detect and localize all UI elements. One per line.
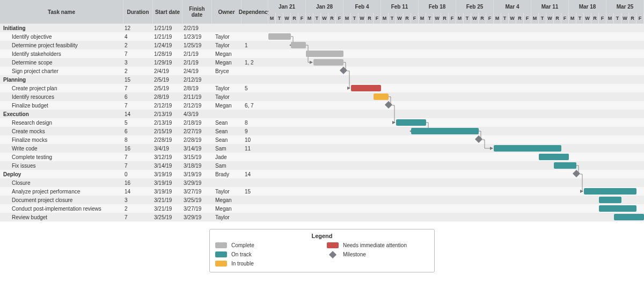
task-row: Review budget73/25/193/29/19Taylor — [0, 213, 644, 221]
dependency-cell — [241, 110, 268, 118]
gantt-bar[interactable] — [411, 128, 479, 134]
day-header-cell: T — [351, 13, 358, 24]
finish-date-cell: 2/8/19 — [182, 84, 212, 92]
duration-cell: 3 — [123, 196, 153, 204]
dependency-cell: 8 — [241, 118, 268, 127]
day-header-cell: R — [291, 13, 298, 24]
timeline-lane — [268, 58, 644, 67]
duration-cell: 2 — [123, 204, 153, 213]
timeline-lane — [268, 101, 644, 110]
phase-row: Planning152/5/192/12/19 — [0, 75, 644, 84]
day-header-cell: T — [313, 13, 321, 24]
dependency-cell — [241, 161, 268, 170]
timeline-lane — [268, 32, 644, 41]
task-name-cell: Research design — [0, 118, 123, 127]
week-header-cell: Jan 21 — [268, 0, 306, 13]
gantt-bar[interactable] — [374, 94, 389, 100]
legend-title: Legend — [215, 233, 429, 239]
gantt-bar[interactable] — [599, 197, 621, 203]
header-row-1: Task name Duration Start date Finish dat… — [0, 0, 644, 13]
start-date-cell: 3/19/19 — [153, 187, 182, 196]
owner-cell: Taylor — [212, 92, 241, 101]
day-header-cell: F — [374, 13, 381, 24]
dependency-cell — [241, 67, 268, 75]
gantt-bar[interactable] — [268, 33, 291, 40]
gantt-bar[interactable] — [614, 214, 644, 220]
gantt-bar[interactable] — [599, 205, 636, 212]
duration-cell: 0 — [123, 170, 153, 178]
day-header-cell: W — [396, 13, 404, 24]
day-header-cell: R — [554, 13, 561, 24]
timeline-lane — [268, 118, 644, 127]
task-name-cell: Planning — [0, 75, 123, 84]
owner-cell: Megan — [212, 58, 241, 67]
timeline-lane — [268, 170, 644, 178]
day-header-cell: F — [411, 13, 419, 24]
day-header-cell: F — [636, 13, 644, 24]
day-header-cell: T — [539, 13, 546, 24]
task-row: Create project plan72/5/192/8/19Taylor5 — [0, 84, 644, 92]
duration-cell: 8 — [123, 135, 153, 144]
task-name-cell: Identify resources — [0, 92, 123, 101]
gantt-chart: Task name Duration Start date Finish dat… — [0, 0, 644, 272]
finish-date-cell: 3/15/19 — [182, 153, 212, 161]
finish-date-cell: 3/29/19 — [182, 213, 212, 221]
gantt-bar[interactable] — [306, 51, 343, 57]
duration-cell: 7 — [123, 213, 153, 221]
gantt-bar[interactable] — [351, 85, 381, 91]
owner-cell: Megan — [212, 196, 241, 204]
timeline-lane — [268, 213, 644, 221]
dependency-cell — [241, 196, 268, 204]
start-date-cell: 3/4/19 — [153, 144, 182, 153]
day-header-cell: M — [343, 13, 351, 24]
gantt-bar[interactable] — [396, 119, 426, 126]
col-header-duration: Duration — [123, 0, 153, 24]
finish-date-cell: 2/1/19 — [182, 49, 212, 58]
week-header-cell: Mar 11 — [531, 0, 569, 13]
gantt-bar[interactable] — [554, 162, 576, 169]
task-row: Identify objective41/21/191/23/19Taylor — [0, 32, 644, 41]
start-date-cell: 1/29/19 — [153, 58, 182, 67]
finish-date-cell: 2/11/19 — [182, 92, 212, 101]
duration-cell: 15 — [123, 75, 153, 84]
duration-cell: 7 — [123, 49, 153, 58]
milestone-icon — [329, 250, 336, 258]
dependency-cell: 5 — [241, 84, 268, 92]
day-header-cell: T — [501, 13, 509, 24]
start-date-cell: 2/13/19 — [153, 118, 182, 127]
legend-swatch — [215, 251, 227, 257]
start-date-cell: 3/21/19 — [153, 204, 182, 213]
task-name-cell: Complete testing — [0, 153, 123, 161]
week-header-cell: Mar 4 — [494, 0, 531, 13]
week-header-cell: Feb 18 — [419, 0, 456, 13]
gantt-bar[interactable] — [539, 154, 569, 160]
day-header-cell: T — [276, 13, 283, 24]
task-row: Create mocks62/15/192/27/19Sean9 — [0, 127, 644, 135]
task-row: Finalize mocks82/28/192/28/19Sean10 — [0, 135, 644, 144]
duration-cell: 16 — [123, 178, 153, 187]
day-header-cell: T — [426, 13, 434, 24]
week-header-cell: Mar 25 — [606, 0, 644, 13]
col-header-task: Task name — [0, 0, 123, 24]
gantt-bar[interactable] — [313, 59, 343, 66]
timeline-lane — [268, 75, 644, 84]
duration-cell: 14 — [123, 110, 153, 118]
legend-item: Complete — [215, 242, 317, 248]
finish-date-cell: 2/4/19 — [182, 67, 212, 75]
owner-cell: Taylor — [212, 84, 241, 92]
task-name-cell: Sign project charter — [0, 67, 123, 75]
gantt-bar[interactable] — [291, 42, 306, 48]
timeline-lane — [268, 187, 644, 196]
duration-cell: 5 — [123, 118, 153, 127]
gantt-bar[interactable] — [584, 188, 636, 195]
gantt-bar[interactable] — [494, 145, 561, 152]
phase-row: Execution142/13/194/3/19 — [0, 110, 644, 118]
dependency-cell — [241, 24, 268, 32]
owner-cell: Taylor — [212, 41, 241, 49]
start-date-cell: 3/19/19 — [153, 178, 182, 187]
owner-cell: Bryce — [212, 67, 241, 75]
task-row: Research design52/13/192/18/19Sean8 — [0, 118, 644, 127]
day-header-cell: M — [381, 13, 389, 24]
day-header-cell: M — [494, 13, 501, 24]
owner-cell: Sam — [212, 144, 241, 153]
